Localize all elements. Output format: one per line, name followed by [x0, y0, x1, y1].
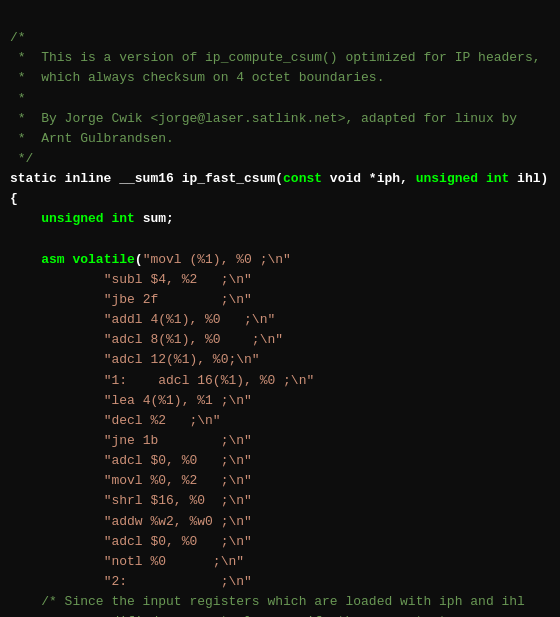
- token: [10, 272, 104, 287]
- token: void *iph,: [322, 171, 416, 186]
- code-viewer: /* * This is a version of ip_compute_csu…: [0, 0, 560, 617]
- token: ihl): [509, 171, 548, 186]
- token: const: [283, 171, 322, 186]
- token: [10, 352, 104, 367]
- code-line: "addw %w2, %w0 ;\n": [10, 512, 550, 532]
- token: "jbe 2f ;\n": [104, 292, 252, 307]
- token: "adcl 8(%1), %0 ;\n": [104, 332, 283, 347]
- code-line: "jne 1b ;\n": [10, 431, 550, 451]
- token: [10, 211, 41, 226]
- code-line: * This is a version of ip_compute_csum()…: [10, 48, 550, 68]
- code-line: are modified, we must also specify them …: [10, 612, 550, 617]
- token: /*: [10, 30, 26, 45]
- code-line: "jbe 2f ;\n": [10, 290, 550, 310]
- token: {: [10, 191, 18, 206]
- token: [10, 453, 104, 468]
- token: "notl %0 ;\n": [104, 554, 244, 569]
- code-line: /*: [10, 28, 550, 48]
- token: "2: ;\n": [104, 574, 252, 589]
- code-line: {: [10, 189, 550, 209]
- code-line: * Arnt Gulbrandsen.: [10, 129, 550, 149]
- code-line: "decl %2 ;\n": [10, 411, 550, 431]
- code-line: static inline __sum16 ip_fast_csum(const…: [10, 169, 550, 189]
- token: "subl $4, %2 ;\n": [104, 272, 252, 287]
- code-line: * By Jorge Cwik <jorge@laser.satlink.net…: [10, 109, 550, 129]
- token: "addw %w2, %w0 ;\n": [104, 514, 252, 529]
- token: [10, 433, 104, 448]
- token: "adcl $0, %0 ;\n": [104, 534, 252, 549]
- code-line: "adcl 8(%1), %0 ;\n": [10, 330, 550, 350]
- token: [10, 554, 104, 569]
- code-line: "adcl $0, %0 ;\n": [10, 532, 550, 552]
- token: "decl %2 ;\n": [104, 413, 221, 428]
- code-line: "adcl $0, %0 ;\n": [10, 451, 550, 471]
- code-line: "1: adcl 16(%1), %0 ;\n": [10, 371, 550, 391]
- token: [10, 373, 104, 388]
- token: * Arnt Gulbrandsen.: [10, 131, 174, 146]
- token: * This is a version of ip_compute_csum()…: [10, 50, 541, 65]
- code-line: "subl $4, %2 ;\n": [10, 270, 550, 290]
- token: "movl %0, %2 ;\n": [104, 473, 252, 488]
- code-line: *: [10, 89, 550, 109]
- token: "shrl $16, %0 ;\n": [104, 493, 252, 508]
- token: [10, 252, 41, 267]
- code-line: asm volatile("movl (%1), %0 ;\n": [10, 250, 550, 270]
- code-line: "2: ;\n": [10, 572, 550, 592]
- code-line: * which always checksum on 4 octet bound…: [10, 68, 550, 88]
- token: "lea 4(%1), %1 ;\n": [104, 393, 252, 408]
- token: [10, 473, 104, 488]
- token: /* Since the input registers which are l…: [10, 594, 525, 609]
- code-line: "addl 4(%1), %0 ;\n": [10, 310, 550, 330]
- token: [10, 292, 104, 307]
- token: [10, 413, 104, 428]
- token: [10, 514, 104, 529]
- token: "adcl $0, %0 ;\n": [104, 453, 252, 468]
- token: (: [135, 252, 143, 267]
- code-line: "adcl 12(%1), %0;\n": [10, 350, 550, 370]
- code-line: "notl %0 ;\n": [10, 552, 550, 572]
- token: [10, 312, 104, 327]
- token: "jne 1b ;\n": [104, 433, 252, 448]
- token: [10, 574, 104, 589]
- token: */: [10, 151, 33, 166]
- code-line: unsigned int sum;: [10, 209, 550, 229]
- token: *: [10, 91, 26, 106]
- token: "adcl 12(%1), %0;\n": [104, 352, 260, 367]
- token: "movl (%1), %0 ;\n": [143, 252, 291, 267]
- token: "1: adcl 16(%1), %0 ;\n": [104, 373, 315, 388]
- token: unsigned int: [416, 171, 510, 186]
- token: unsigned int: [41, 211, 135, 226]
- code-line: /* Since the input registers which are l…: [10, 592, 550, 612]
- token: static inline __sum16 ip_fast_csum(: [10, 171, 283, 186]
- code-line: "shrl $16, %0 ;\n": [10, 491, 550, 511]
- token: [10, 332, 104, 347]
- token: "addl 4(%1), %0 ;\n": [104, 312, 276, 327]
- token: asm volatile: [41, 252, 135, 267]
- code-line: "movl %0, %2 ;\n": [10, 471, 550, 491]
- code-line: [10, 230, 550, 250]
- token: sum;: [135, 211, 174, 226]
- token: [10, 393, 104, 408]
- token: * which always checksum on 4 octet bound…: [10, 70, 384, 85]
- token: * By Jorge Cwik <jorge@laser.satlink.net…: [10, 111, 517, 126]
- token: [10, 493, 104, 508]
- code-line: "lea 4(%1), %1 ;\n": [10, 391, 550, 411]
- code-line: */: [10, 149, 550, 169]
- token: [10, 534, 104, 549]
